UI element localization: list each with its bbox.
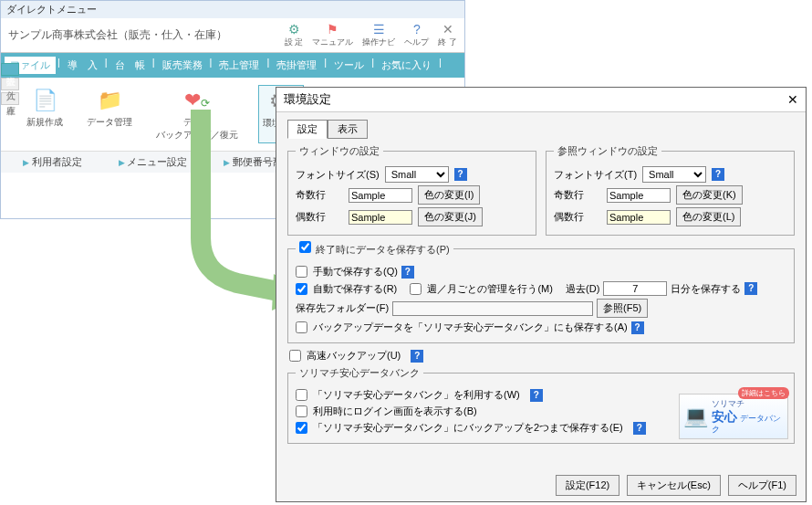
help-icon[interactable]: ? xyxy=(530,389,543,402)
ref-font-label: フォントサイズ(T) xyxy=(554,168,637,182)
navi-icon[interactable]: ☰操作ナビ xyxy=(362,22,395,48)
folder-label: 保存先フォルダー(F) xyxy=(296,301,389,315)
dialog-tabs: 設定 表示 xyxy=(287,120,795,139)
ref-even-sample xyxy=(607,210,671,225)
side-tabs: 販売 仕入 在庫 xyxy=(1,63,16,107)
dialog-title: 環境設定 xyxy=(284,91,331,108)
tab-sales-op[interactable]: 販売業務 xyxy=(157,57,208,74)
ref-font-size-select[interactable]: Small xyxy=(642,166,706,183)
weekly-label: 週／月ごとの管理を行う(M) xyxy=(427,282,553,296)
auto-save-checkbox[interactable] xyxy=(296,283,307,295)
refwin-legend: 参照ウィンドウの設定 xyxy=(554,144,661,158)
sub-menu-settings[interactable]: メニュー設定 xyxy=(119,155,188,169)
databank-also-checkbox[interactable] xyxy=(296,321,307,333)
folder-input[interactable] xyxy=(392,301,593,316)
save-on-exit-checkbox[interactable] xyxy=(299,241,311,253)
odd-sample xyxy=(349,188,412,203)
auto-save-label: 自動で保存する(R) xyxy=(313,282,397,296)
help-button[interactable]: ヘルプ(F1) xyxy=(728,475,796,496)
dialog-titlebar: 環境設定 ✕ xyxy=(276,88,806,112)
weekly-checkbox[interactable] xyxy=(410,283,422,295)
help-icon[interactable]: ? xyxy=(631,321,644,334)
tab-fav[interactable]: お気に入り xyxy=(376,57,437,74)
menu-bar: ファイル | 導 入 | 台 帳 | 販売業務 | 売上管理 | 売掛管理 | … xyxy=(1,53,464,78)
dialog-footer: 設定(F12) キャンセル(Esc) ヘルプ(F1) xyxy=(556,475,796,496)
company-name: サンプル商事株式会社（販売・仕入・在庫） xyxy=(8,27,285,43)
folder-icon: 📁 xyxy=(98,89,122,112)
company-bar: サンプル商事株式会社（販売・仕入・在庫） ⚙設 定 ⚑マニュアル ☰操作ナビ ?… xyxy=(1,18,464,53)
font-label: フォントサイズ(S) xyxy=(296,168,380,182)
save-on-exit-group: 終了時にデータを保存する(P) 手動で保存する(Q) ? 自動で保存する(R) … xyxy=(287,241,795,343)
databank-limit2-label: 「ソリマチ安心データバンク」にバックアップを2つまで保存する(E) xyxy=(313,421,623,435)
ref-even-label: 偶数行 xyxy=(554,210,601,224)
databank-login-checkbox[interactable] xyxy=(296,405,307,417)
help-icon[interactable]: ?ヘルプ xyxy=(404,22,429,48)
help-icon[interactable]: ? xyxy=(401,266,414,279)
tab-display[interactable]: 表示 xyxy=(328,120,368,139)
odd-row-label: 奇数行 xyxy=(296,188,343,202)
help-icon[interactable]: ? xyxy=(411,350,423,363)
plus-doc-icon: 📄 xyxy=(33,89,57,112)
days-suffix: 日分を保存する xyxy=(671,282,741,296)
databank-limit2-checkbox[interactable] xyxy=(296,422,307,434)
font-size-select[interactable]: Small xyxy=(385,166,449,183)
past-label: 過去(D) xyxy=(566,282,599,296)
databank-login-label: 利用時にログイン画面を表示する(B) xyxy=(313,405,477,418)
tab-sales-mgmt[interactable]: 売上管理 xyxy=(213,57,265,74)
manual-save-checkbox[interactable] xyxy=(296,266,307,278)
ref-odd-label: 奇数行 xyxy=(554,188,601,202)
tab-settings[interactable]: 設定 xyxy=(287,120,328,139)
env-settings-dialog: 環境設定 ✕ 設定 表示 ウィンドウの設定 フォントサイズ(S) Small ?… xyxy=(276,87,807,502)
sub-user-settings[interactable]: 利用者設定 xyxy=(23,155,82,169)
side-tab-purchase[interactable]: 仕入 xyxy=(1,78,19,90)
close-icon[interactable]: ✕ xyxy=(787,92,798,107)
cancel-button[interactable]: キャンセル(Esc) xyxy=(627,475,721,496)
help-icon[interactable]: ? xyxy=(712,168,724,181)
databank-legend: ソリマチ安心データバンク xyxy=(296,366,423,380)
manual-icon[interactable]: ⚑マニュアル xyxy=(312,22,353,48)
exit-icon[interactable]: ✕終 了 xyxy=(438,22,457,48)
window-settings-group: ウィンドウの設定 フォントサイズ(S) Small ? 奇数行 色の変更(I) … xyxy=(287,144,536,236)
browse-button[interactable]: 参照(F5) xyxy=(597,299,648,318)
save-legend: 終了時にデータを保存する(P) xyxy=(296,241,453,257)
banner-text: ソリマチ 安心 データバンク xyxy=(712,398,787,436)
databank-use-checkbox[interactable] xyxy=(296,389,307,401)
dialog-body: 設定 表示 ウィンドウの設定 フォントサイズ(S) Small ? 奇数行 色の… xyxy=(276,112,806,457)
ref-odd-color-button[interactable]: 色の変更(K) xyxy=(676,185,743,205)
ref-odd-sample xyxy=(607,188,671,203)
window-legend: ウィンドウの設定 xyxy=(296,144,383,158)
tab-ledger[interactable]: 台 帳 xyxy=(109,57,151,74)
even-row-label: 偶数行 xyxy=(296,210,343,224)
manual-save-label: 手動で保存する(Q) xyxy=(313,265,398,279)
days-input[interactable] xyxy=(603,281,667,296)
tab-tools[interactable]: ツール xyxy=(328,57,370,74)
fast-backup-label: 高速バックアップ(U) xyxy=(307,349,401,363)
databank-use-label: 「ソリマチ安心データバンク」を利用する(W) xyxy=(313,388,520,402)
laptop-icon: 💻 xyxy=(683,405,708,428)
ref-window-settings-group: 参照ウィンドウの設定 フォントサイズ(T) Small ? 奇数行 色の変更(K… xyxy=(546,144,795,236)
help-icon[interactable]: ? xyxy=(744,282,757,295)
ref-even-color-button[interactable]: 色の変更(L) xyxy=(676,207,741,226)
databank-group: ソリマチ安心データバンク 「ソリマチ安心データバンク」を利用する(W) ? 利用… xyxy=(287,366,795,444)
tab-ar[interactable]: 売掛管理 xyxy=(271,57,322,74)
ribbon-data-mgmt[interactable]: 📁 データ管理 xyxy=(83,85,136,143)
databank-banner[interactable]: 詳細はこちら 💻 ソリマチ 安心 データバンク xyxy=(679,394,788,439)
tab-intro[interactable]: 導 入 xyxy=(62,57,103,74)
help-icon[interactable]: ? xyxy=(454,168,467,181)
side-tab-sales[interactable]: 販売 xyxy=(1,63,19,76)
ribbon-backup[interactable]: ❤⟳ データ バックアップ／復元 xyxy=(152,85,242,143)
toolbar-icons: ⚙設 定 ⚑マニュアル ☰操作ナビ ?ヘルプ ✕終 了 xyxy=(285,22,457,48)
side-tab-stock[interactable]: 在庫 xyxy=(1,92,19,105)
settings-icon[interactable]: ⚙設 定 xyxy=(285,22,304,48)
ribbon-new[interactable]: 📄 新規作成 xyxy=(23,85,67,143)
databank-also-label: バックアップデータを「ソリマチ安心データバンク」にも保存する(A) xyxy=(313,321,628,334)
help-icon[interactable]: ? xyxy=(633,422,646,435)
window-title: ダイレクトメニュー xyxy=(1,1,464,18)
even-sample xyxy=(349,210,412,225)
even-color-button[interactable]: 色の変更(J) xyxy=(418,207,483,226)
fast-backup-checkbox[interactable] xyxy=(289,350,301,362)
ok-button[interactable]: 設定(F12) xyxy=(556,475,619,496)
banner-badge: 詳細はこちら xyxy=(738,387,789,399)
odd-color-button[interactable]: 色の変更(I) xyxy=(418,185,480,205)
heart-icon: ❤⟳ xyxy=(184,89,210,112)
